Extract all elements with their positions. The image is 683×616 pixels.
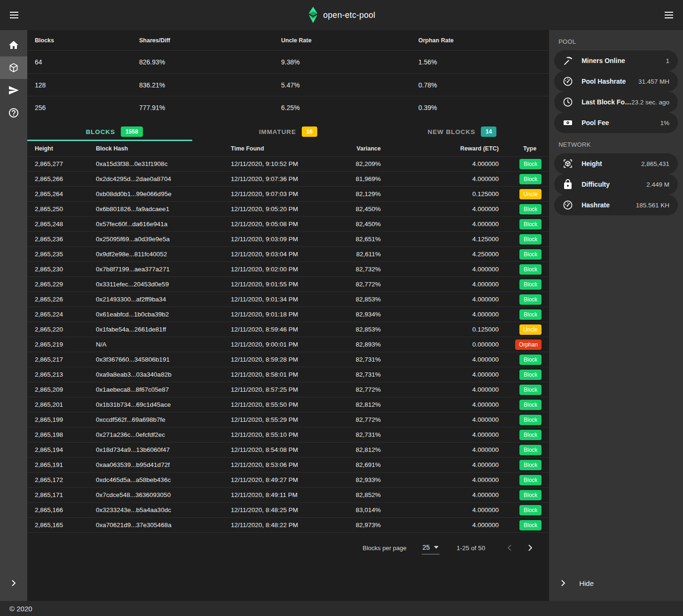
block-height: 2,865,213 <box>35 371 96 378</box>
stats-header-row: Blocks Shares/Diff Uncle Rate Orphan Rat… <box>27 30 549 51</box>
col-height: Height <box>35 145 96 152</box>
tab-blocks[interactable]: BLOCKS 1558 <box>27 122 201 141</box>
block-hash: 0x1aebeca8...8f67c05e87 <box>96 386 231 393</box>
tab-blocks-label: BLOCKS <box>86 128 115 135</box>
tab-blocks-count-badge: 1558 <box>121 126 143 137</box>
block-reward: 4.125000 <box>381 236 499 243</box>
block-height: 2,865,224 <box>35 311 96 318</box>
block-type-badge: Block <box>519 355 542 365</box>
network-section-title: NETWORK <box>549 133 683 153</box>
block-type-badge: Block <box>519 264 542 275</box>
block-type-badge: Block <box>519 249 542 260</box>
block-type-badge: Block <box>519 430 542 440</box>
hamburger-icon[interactable] <box>6 7 23 24</box>
stats-uncle-value: 6.25% <box>281 104 418 111</box>
block-variance: 82,691% <box>328 461 381 468</box>
table-row: 2,865,165 0xa70621d9...37e305468a 12/11/… <box>27 517 549 532</box>
hamburger-icon[interactable] <box>660 7 677 24</box>
block-variance: 82,450% <box>328 221 381 228</box>
nav-item-home[interactable] <box>0 34 27 56</box>
block-time-found: 12/11/2020, 8:58:01 PM <box>231 371 328 378</box>
stats-rows: 64 826.93% 9.38% 1.56% 128 836.21% 5.47%… <box>27 51 549 118</box>
block-time-found: 12/11/2020, 8:57:25 PM <box>231 386 328 393</box>
nav-item-blocks[interactable] <box>0 56 27 79</box>
previous-page-button[interactable] <box>501 539 518 556</box>
stats-row: 64 826.93% 9.38% 1.56% <box>27 51 549 73</box>
block-reward: 4.250000 <box>381 251 499 258</box>
block-reward: 4.000000 <box>381 356 499 363</box>
block-variance: 82,893% <box>328 341 381 348</box>
next-page-button[interactable] <box>522 539 539 556</box>
block-type-badge: Block <box>519 460 542 470</box>
col-type: Type <box>499 145 542 152</box>
block-height: 2,865,277 <box>35 160 96 167</box>
stat-value: 185.561 KH <box>636 202 669 209</box>
block-hash: 0x3f367660...345806b191 <box>96 356 231 363</box>
block-height: 2,865,198 <box>35 431 96 438</box>
send-icon <box>8 85 19 96</box>
block-time-found: 12/11/2020, 9:02:00 PM <box>231 266 328 273</box>
block-hash: 0xa15d3f38...0e31f1908c <box>96 160 231 167</box>
stat-label: Pool Fee <box>581 119 609 126</box>
chevron-down-icon <box>434 546 439 549</box>
block-type-badge: Block <box>519 445 542 455</box>
block-hash: N/A <box>96 341 231 348</box>
block-type-badge: Block <box>519 234 542 245</box>
tab-immature[interactable]: IMMATURE 16 <box>201 122 375 141</box>
col-reward: Reward (ETC) <box>381 145 499 152</box>
stats-uncle-value: 9.38% <box>281 58 418 66</box>
block-hash: 0x7cdce548...3636093050 <box>96 491 231 498</box>
page-size-select[interactable]: 25 <box>422 542 440 554</box>
stat-label: Miners Online <box>581 57 625 64</box>
stats-orphan-value: 0.78% <box>418 81 542 89</box>
tab-new-blocks[interactable]: NEW BLOCKS 14 <box>375 122 549 141</box>
block-type-badge: Block <box>519 159 542 169</box>
nav-item-payments[interactable] <box>0 79 27 102</box>
table-row: 2,865,230 0x7b8f7199...aea377a271 12/11/… <box>27 261 549 276</box>
block-type-badge: Block <box>519 400 542 410</box>
block-hash: 0x57fec60f...da616e941a <box>96 221 231 228</box>
hide-sidebar-button[interactable]: Hide <box>549 573 683 593</box>
block-variance: 82,852% <box>328 491 381 498</box>
block-time-found: 12/11/2020, 8:55:10 PM <box>231 431 328 438</box>
cube-icon <box>8 62 19 73</box>
block-variance: 82,731% <box>328 371 381 378</box>
block-reward: 4.000000 <box>381 160 499 167</box>
block-reward: 4.000000 <box>381 281 499 288</box>
block-hash: 0x61eabfcd...1b0cba39b2 <box>96 311 231 318</box>
gauge-icon <box>562 76 573 87</box>
block-variance: 82,853% <box>328 326 381 333</box>
table-row: 2,865,198 0x271a236c...0efcfdf2ec 12/11/… <box>27 427 549 442</box>
block-type-badge: Block <box>519 279 542 290</box>
block-reward: 4.000000 <box>381 521 499 529</box>
stats-col-blocks: Blocks <box>35 37 139 44</box>
block-variance: 82,611% <box>328 251 381 258</box>
nav-item-help[interactable] <box>0 102 27 124</box>
stats-orphan-value: 0.39% <box>418 104 542 111</box>
table-row: 2,865,235 0x9df2e98e...811fc40052 12/11/… <box>27 246 549 261</box>
stats-orphan-value: 1.56% <box>418 58 542 66</box>
table-row: 2,865,219 N/A 12/11/2020, 9:00:01 PM 82,… <box>27 337 549 352</box>
stats-sidebar: POOL Miners Online 1 Pool Hashrate 31.45… <box>549 30 683 601</box>
block-height: 2,865,199 <box>35 416 96 423</box>
list-item: Pool Fee 1% <box>554 112 678 133</box>
chevron-right-icon <box>558 578 568 588</box>
block-hash: 0x9df2e98e...811fc40052 <box>96 251 231 258</box>
list-item: Last Block Fo… 23.2 sec. ago <box>554 92 678 112</box>
chevron-right-icon <box>526 543 535 553</box>
nav-expand-button[interactable] <box>0 572 27 594</box>
block-hash: 0xa70621d9...37e305468a <box>96 521 231 529</box>
block-time-found: 12/11/2020, 9:01:18 PM <box>231 311 328 318</box>
list-item: Difficulty 2.449 M <box>554 174 678 195</box>
block-height: 2,865,226 <box>35 296 96 303</box>
block-reward: 4.000000 <box>381 221 499 228</box>
block-hash: 0x3233243e...b5a4aa30dc <box>96 506 231 513</box>
table-row: 2,865,264 0xb08dd0b1...99e066d95e 12/11/… <box>27 186 549 201</box>
block-reward: 4.000000 <box>381 431 499 438</box>
block-reward: 4.000000 <box>381 446 499 453</box>
block-time-found: 12/11/2020, 8:54:08 PM <box>231 446 328 453</box>
network-stats-list: Height 2,865,431 Difficulty 2.449 M Hash… <box>549 153 683 215</box>
blocks-table-header: Height Block Hash Time Found Variance Re… <box>27 141 549 156</box>
top-app-bar: open-etc-pool <box>0 0 683 30</box>
stats-blocks-value: 64 <box>35 58 139 66</box>
